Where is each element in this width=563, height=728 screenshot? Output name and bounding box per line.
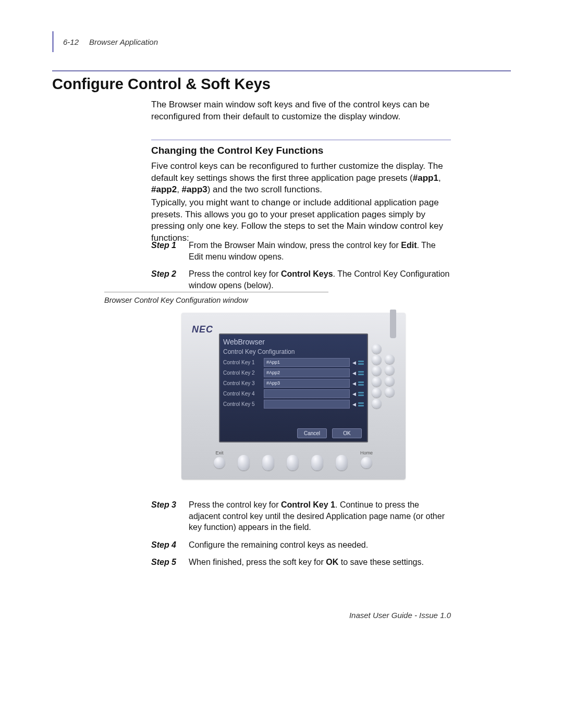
- soft-key[interactable]: [311, 455, 323, 471]
- left-arrow-icon[interactable]: ◀: [351, 369, 357, 377]
- row-label: Control Key 5: [223, 401, 264, 407]
- soft-key[interactable]: [238, 455, 250, 471]
- side-control-key[interactable]: [372, 399, 382, 409]
- side-control-keys-col2: [385, 354, 395, 397]
- row-label: Control Key 4: [223, 391, 264, 397]
- stylus-icon: [390, 310, 396, 338]
- row-label: Control Key 3: [223, 380, 264, 386]
- paragraph-2: Typically, you might want to change or i…: [151, 197, 451, 244]
- control-key-list: Control Key 1 #App1 ◀ Control Key 2 #App…: [223, 357, 364, 410]
- exit-label: Exit: [215, 450, 223, 456]
- step-text: From the Browser Main window, press the …: [189, 240, 451, 262]
- step-row: Step 5 When finished, press the soft key…: [151, 557, 451, 568]
- side-control-key[interactable]: [385, 376, 395, 386]
- page-header: 6-12 Browser Application: [52, 31, 158, 52]
- row-label: Control Key 1: [223, 360, 264, 365]
- bars-icon[interactable]: [358, 361, 364, 365]
- home-key[interactable]: [361, 457, 372, 468]
- exit-key[interactable]: [214, 457, 225, 468]
- intro-paragraph: The Browser main window soft keys and fi…: [151, 99, 451, 123]
- figure-rule: [104, 292, 328, 292]
- left-arrow-icon[interactable]: ◀: [351, 400, 357, 408]
- left-arrow-icon[interactable]: ◀: [351, 379, 357, 387]
- side-control-key[interactable]: [385, 365, 395, 375]
- control-key-row: Control Key 1 #App1 ◀: [223, 357, 364, 367]
- page-footer: Inaset User Guide - Issue 1.0: [349, 611, 451, 620]
- control-key-row: Control Key 5 ◀: [223, 399, 364, 409]
- device-figure: NEC WebBrowser Control Key Configuration…: [181, 313, 406, 479]
- step-text: Press the control key for Control Keys. …: [189, 268, 451, 291]
- row-label: Control Key 2: [223, 370, 264, 376]
- page-ref: 6-12: [63, 38, 79, 46]
- left-arrow-icon[interactable]: ◀: [351, 390, 357, 398]
- bars-icon[interactable]: [358, 371, 364, 375]
- cancel-button[interactable]: Cancel: [297, 428, 327, 438]
- figure-caption: Browser Control Key Configuration window: [104, 296, 248, 304]
- step-label: Step 5: [151, 557, 189, 568]
- section-heading: Configure Control & Soft Keys: [52, 76, 271, 93]
- step-label: Step 3: [151, 499, 189, 533]
- screen-title: WebBrowser: [223, 338, 265, 346]
- chapter-name: Browser Application: [89, 38, 158, 46]
- home-label: Home: [360, 450, 373, 456]
- control-key-row: Control Key 3 #App3 ◀: [223, 378, 364, 388]
- step-row: Step 4 Configure the remaining control k…: [151, 539, 451, 551]
- device-screen: WebBrowser Control Key Configuration Con…: [219, 334, 368, 442]
- step-row: Step 2 Press the control key for Control…: [151, 268, 451, 291]
- side-control-key[interactable]: [372, 377, 382, 387]
- left-arrow-icon[interactable]: ◀: [351, 359, 357, 366]
- step-label: Step 1: [151, 240, 189, 262]
- step-text: When finished, press the soft key for OK…: [189, 557, 424, 568]
- soft-key[interactable]: [262, 455, 274, 471]
- step-label: Step 2: [151, 268, 189, 291]
- step-label: Step 4: [151, 539, 189, 551]
- screen-subtitle: Control Key Configuration: [223, 348, 295, 355]
- step-row: Step 3 Press the control key for Control…: [151, 499, 451, 533]
- row-value-field[interactable]: #App2: [264, 368, 350, 377]
- steps-top: Step 1 From the Browser Main window, pre…: [151, 240, 451, 297]
- side-control-key[interactable]: [372, 355, 382, 365]
- row-value-field[interactable]: [264, 400, 350, 409]
- brand-logo: NEC: [192, 324, 213, 335]
- ok-button[interactable]: OK: [332, 428, 362, 438]
- subsection-rule: [151, 140, 451, 140]
- side-control-key[interactable]: [372, 344, 382, 354]
- soft-key[interactable]: [287, 455, 299, 471]
- side-control-keys-col1: [372, 344, 382, 409]
- section-rule: [52, 70, 511, 71]
- control-key-row: Control Key 4 ◀: [223, 389, 364, 399]
- step-text: Configure the remaining control keys as …: [189, 539, 368, 551]
- row-value-field[interactable]: #App1: [264, 358, 350, 367]
- bars-icon[interactable]: [358, 402, 364, 406]
- soft-key[interactable]: [336, 455, 348, 471]
- steps-bottom: Step 3 Press the control key for Control…: [151, 499, 451, 574]
- bars-icon[interactable]: [358, 381, 364, 386]
- side-control-key[interactable]: [372, 388, 382, 398]
- row-value-field[interactable]: #App3: [264, 379, 350, 388]
- side-control-key[interactable]: [372, 366, 382, 376]
- bottom-soft-keys: Exit Home: [214, 448, 385, 471]
- side-control-key[interactable]: [385, 354, 395, 364]
- step-text: Press the control key for Control Key 1.…: [189, 499, 451, 533]
- screen-softkey-row: Cancel OK: [297, 428, 362, 438]
- control-key-row: Control Key 2 #App2 ◀: [223, 368, 364, 378]
- subsection-heading: Changing the Control Key Functions: [151, 145, 323, 156]
- side-control-key[interactable]: [385, 387, 395, 397]
- paragraph-1: Five control keys can be reconfigured to…: [151, 161, 451, 196]
- bars-icon[interactable]: [358, 392, 364, 396]
- row-value-field[interactable]: [264, 389, 350, 398]
- step-row: Step 1 From the Browser Main window, pre…: [151, 240, 451, 262]
